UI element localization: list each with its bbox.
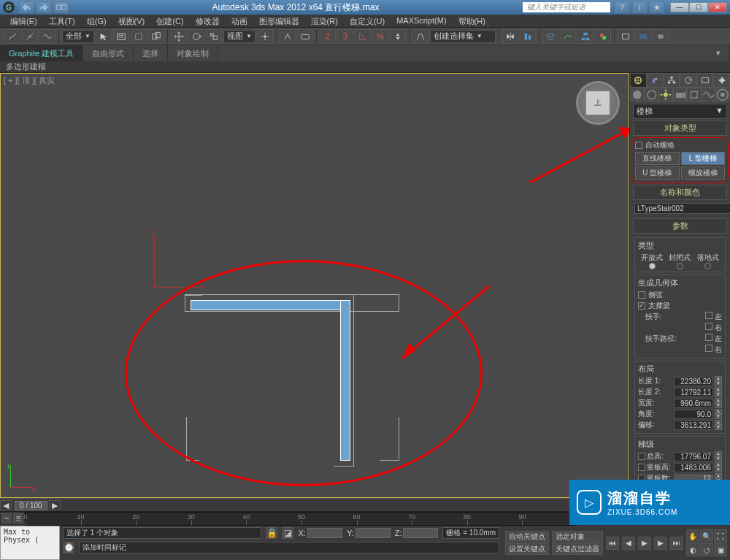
select-rotate-icon[interactable]: [188, 29, 204, 44]
subcat-cameras-icon[interactable]: [673, 88, 688, 102]
menu-create[interactable]: 创建(C): [150, 15, 189, 27]
radio-open[interactable]: [649, 263, 656, 269]
length2-spinner[interactable]: 12792.11: [674, 388, 713, 397]
chk-hand-right[interactable]: [705, 323, 712, 330]
time-slider-handle[interactable]: 0 / 100: [15, 501, 47, 510]
key-filters-button[interactable]: 关键点过滤器: [552, 543, 603, 555]
width-spinner[interactable]: 990.6mm: [674, 399, 713, 408]
tab-display-icon[interactable]: [696, 73, 713, 88]
menu-group[interactable]: 组(G): [81, 15, 112, 27]
comm-center-icon[interactable]: ★: [650, 1, 664, 13]
track-filter-icon[interactable]: ≡: [13, 513, 23, 523]
edit-named-sel-icon[interactable]: [412, 29, 429, 44]
snap-3d-icon[interactable]: 3: [337, 29, 353, 44]
auto-key-button[interactable]: 自动关键点: [505, 531, 549, 542]
time-ruler[interactable]: 0102030405060708090: [25, 512, 577, 526]
add-time-tag[interactable]: 添加时间标记: [79, 542, 499, 553]
chk-path-left[interactable]: [705, 334, 712, 341]
minimize-button[interactable]: —: [670, 2, 689, 12]
help-icon[interactable]: ?: [615, 1, 629, 13]
menu-animation[interactable]: 动画: [226, 15, 253, 27]
maximize-button[interactable]: ☐: [689, 2, 708, 12]
tab-hierarchy-icon[interactable]: [664, 73, 680, 88]
named-selection-set[interactable]: 创建选择集▼: [430, 30, 496, 43]
lock-total-height[interactable]: [638, 453, 645, 460]
btn-l-type-stair[interactable]: L 型楼梯: [681, 152, 726, 165]
isolate-icon[interactable]: ◪: [282, 527, 293, 539]
ribbon-tab-selection[interactable]: 选择: [134, 45, 168, 61]
total-height-spinner[interactable]: 17796.07: [674, 452, 713, 461]
tab-utilities-icon[interactable]: [713, 73, 730, 88]
spinner-snap-icon[interactable]: [390, 29, 406, 44]
curve-editor-icon[interactable]: [560, 29, 576, 44]
chk-path-right[interactable]: [705, 345, 712, 352]
nav-zoom-ext-icon[interactable]: ⛶: [714, 529, 727, 542]
tab-motion-icon[interactable]: [680, 73, 696, 88]
render-frame-icon[interactable]: [635, 29, 651, 44]
time-slider-next-icon[interactable]: ▶: [49, 500, 61, 510]
select-move-icon[interactable]: [171, 29, 187, 44]
time-slider[interactable]: ◀ 0 / 100 ▶: [0, 499, 629, 511]
goto-start-icon[interactable]: ⏮: [606, 537, 619, 550]
bind-space-warp-icon[interactable]: [39, 29, 55, 44]
subcat-helpers-icon[interactable]: [687, 88, 702, 102]
ref-coord-system[interactable]: 视图▼: [223, 30, 256, 43]
btn-spiral-stair[interactable]: 螺旋楼梯: [681, 166, 726, 180]
qat-link[interactable]: [54, 1, 69, 13]
subcat-spacewarps-icon[interactable]: [702, 88, 716, 102]
nav-fov-icon[interactable]: ◐: [686, 543, 699, 556]
menu-edit[interactable]: 编辑(E): [4, 15, 43, 27]
select-by-name-icon[interactable]: [113, 29, 129, 44]
ribbon-minimize-icon[interactable]: ▾: [707, 45, 730, 61]
lock-selection-icon[interactable]: 🔒: [266, 527, 277, 539]
tab-create-icon[interactable]: [630, 73, 647, 88]
set-key-button[interactable]: 设置关键点: [505, 543, 549, 555]
menu-graph-editors[interactable]: 图形编辑器: [253, 15, 305, 27]
offset-spinner[interactable]: 3613.291: [674, 421, 713, 430]
nav-zoom-icon[interactable]: 🔍: [700, 529, 713, 542]
prev-frame-icon[interactable]: ◀: [622, 537, 635, 550]
schematic-view-icon[interactable]: [577, 29, 593, 44]
rollup-name-color[interactable]: 名称和颜色: [633, 185, 727, 200]
menu-maxscript[interactable]: MAXScript(M): [391, 15, 452, 27]
object-name-field[interactable]: [634, 203, 730, 214]
chk-stringer[interactable]: [638, 291, 645, 299]
subcat-lights-icon[interactable]: [658, 88, 673, 102]
radio-box[interactable]: [704, 263, 711, 269]
coord-y[interactable]: [356, 528, 391, 538]
layer-manager-icon[interactable]: [542, 29, 558, 44]
nav-orbit-icon[interactable]: ⭯: [700, 543, 713, 556]
snap-2d-icon[interactable]: 2: [320, 29, 336, 44]
selection-set-dropdown[interactable]: 选定对象: [552, 531, 603, 542]
chk-hand-left[interactable]: [705, 312, 712, 319]
ribbon-tab-freeform[interactable]: 自由形式: [83, 45, 134, 61]
keyboard-shortcut-icon[interactable]: [297, 29, 313, 44]
qat-redo[interactable]: [36, 1, 51, 13]
menu-modifiers[interactable]: 修改器: [190, 15, 226, 27]
lock-riser-height[interactable]: [638, 464, 645, 471]
manipulate-icon[interactable]: [280, 29, 296, 44]
menu-tools[interactable]: 工具(T): [43, 15, 81, 27]
subcat-geometry-icon[interactable]: [630, 88, 645, 102]
align-icon[interactable]: [520, 29, 536, 44]
menu-help[interactable]: 帮助(H): [453, 15, 491, 27]
select-scale-icon[interactable]: [206, 29, 222, 44]
time-slider-prev-icon[interactable]: ◀: [0, 500, 12, 510]
qat-undo[interactable]: [19, 1, 34, 13]
category-dropdown[interactable]: 楼梯▼: [633, 104, 727, 119]
angle-snap-icon[interactable]: [355, 29, 371, 44]
window-crossing-icon[interactable]: [148, 29, 164, 44]
rollup-object-type[interactable]: 对象类型: [633, 120, 727, 136]
viewport-top[interactable]: [ + ][ 顶 ][ 真实 y 上 yx: [0, 73, 629, 498]
angle-spinner[interactable]: 90.0: [674, 410, 713, 419]
help-search[interactable]: 键入关键字或短语: [523, 2, 610, 12]
unlink-icon[interactable]: [22, 29, 38, 44]
nav-pan-icon[interactable]: ✋: [686, 529, 699, 542]
play-icon[interactable]: ▶: [638, 537, 651, 550]
viewcube[interactable]: 上: [576, 81, 620, 125]
menu-view[interactable]: 视图(V): [112, 15, 151, 27]
select-object-icon[interactable]: [96, 29, 112, 44]
select-region-icon[interactable]: [131, 29, 147, 44]
material-editor-icon[interactable]: [595, 29, 611, 44]
time-tag-icon[interactable]: ⌚: [63, 542, 74, 553]
